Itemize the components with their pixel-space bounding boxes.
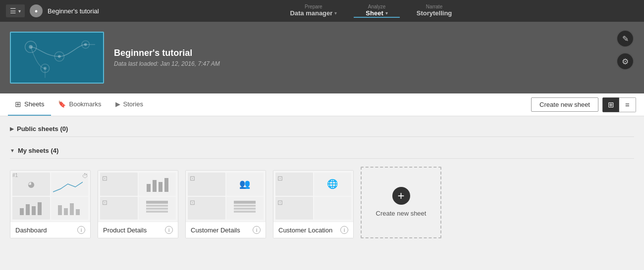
chart-pie-icon: ◕: [28, 180, 35, 189]
sheet-icon-l-bl: ⊡: [277, 199, 283, 206]
public-sheets-section: ▶ Public sheets (0): [10, 120, 634, 137]
bookmarks-tab-label: Bookmarks: [69, 100, 101, 108]
svg-rect-16: [70, 203, 74, 215]
edit-button[interactable]: ✎: [616, 30, 634, 47]
my-sheets-arrow-icon: ▼: [10, 148, 15, 153]
preview-c-cell-4: [226, 197, 264, 220]
bar-chart-product: [145, 175, 169, 193]
sheet-icon-bl: ⊡: [102, 199, 107, 206]
sheet-card-product-details[interactable]: ⊡ ⊡: [98, 170, 178, 238]
product-info-icon[interactable]: i: [165, 226, 173, 234]
app-info: Beginner's tutorial Data last loaded: Ja…: [114, 48, 220, 67]
analyze-sub-label: Analyze: [368, 4, 386, 9]
svg-rect-23: [146, 205, 168, 207]
app-icon-symbol: ●: [35, 8, 38, 14]
svg-rect-28: [234, 208, 256, 210]
preview-cell-4: [51, 197, 89, 220]
preview-l-cell-4: [314, 197, 352, 220]
nav-sections: Prepare Data manager ▾ Analyze Sheet ▾ N…: [278, 4, 464, 18]
preview-c-cell-2: 👥: [226, 173, 264, 196]
create-new-sheet-card[interactable]: + Create new sheet: [361, 167, 441, 238]
location-info-icon[interactable]: i: [340, 226, 348, 234]
sheet-icon-l-tl: ⊡: [277, 175, 283, 182]
app-thumbnail[interactable]: [10, 32, 104, 84]
prepare-caret-icon: ▾: [334, 10, 337, 16]
svg-rect-14: [58, 205, 62, 215]
customer-info-icon[interactable]: i: [253, 226, 261, 234]
narrate-main-label: Storytelling: [417, 9, 452, 17]
hash-label: #1: [12, 173, 18, 178]
bar-chart-mini-left: [19, 200, 44, 216]
sheet-card-dashboard-preview: ◕ #1 ⏱: [10, 171, 90, 222]
grid-view-button[interactable]: ⊞: [602, 97, 619, 112]
settings-icon: ⚙: [622, 57, 629, 66]
sheet-card-customer-details[interactable]: ⊡ 👥 ⊡: [185, 170, 266, 238]
preview-p-cell-4: [139, 197, 176, 220]
list-view-icon: ≡: [625, 100, 630, 109]
preview-c-cell-3: ⊡: [188, 197, 225, 220]
sheet-card-customer-preview: ⊡ 👥 ⊡: [186, 171, 266, 222]
preview-c-cell-1: ⊡: [188, 173, 225, 196]
tabs-bar: ⊞ Sheets 🔖 Bookmarks ▶ Stories Create ne…: [0, 93, 644, 116]
product-details-sheet-name: Product Details: [103, 226, 147, 234]
svg-rect-21: [164, 178, 168, 192]
public-sheets-arrow-icon: ▶: [10, 126, 14, 132]
preview-cell-1: ◕: [12, 173, 50, 196]
preview-p-cell-1: ⊡: [100, 173, 138, 196]
preview-l-cell-2: 🌐: [314, 173, 352, 196]
app-info-subtitle: Data last loaded: Jan 12, 2016, 7:47 AM: [114, 60, 220, 67]
create-plus-icon: +: [392, 187, 410, 205]
sheet-icon-tl: ⊡: [102, 175, 107, 182]
preview-l-cell-1: ⊡: [275, 173, 313, 196]
svg-rect-17: [76, 209, 80, 215]
prepare-sub-label: Prepare: [305, 4, 322, 9]
svg-rect-25: [146, 211, 168, 213]
hamburger-icon: ☰: [10, 7, 16, 15]
sheet-card-customer-footer: Customer Details i: [186, 222, 266, 238]
list-view-button[interactable]: ≡: [619, 97, 636, 112]
svg-rect-11: [26, 204, 30, 215]
sheet-card-product-preview: ⊡ ⊡: [98, 171, 178, 222]
tab-stories[interactable]: ▶ Stories: [108, 93, 150, 116]
svg-rect-24: [146, 208, 168, 210]
plus-symbol: +: [397, 190, 404, 202]
clock-icon: ⏱: [82, 173, 88, 180]
svg-rect-26: [234, 201, 256, 204]
people-icon: 👥: [239, 179, 250, 189]
create-sheet-button[interactable]: Create new sheet: [531, 97, 598, 112]
preview-p-cell-3: ⊡: [100, 197, 138, 220]
svg-rect-22: [146, 201, 168, 204]
public-sheets-label: Public sheets (0): [17, 125, 68, 133]
nav-section-analyze[interactable]: Analyze Sheet ▾: [354, 4, 399, 18]
dashboard-sheet-name: Dashboard: [15, 226, 47, 234]
svg-rect-19: [153, 180, 157, 192]
tab-sheets[interactable]: ⊞ Sheets: [8, 93, 51, 116]
preview-l-cell-3: ⊡: [275, 197, 313, 220]
hamburger-menu-button[interactable]: ☰ ▾: [6, 4, 25, 17]
tab-bookmarks[interactable]: 🔖 Bookmarks: [51, 93, 108, 116]
sheet-card-dashboard-footer: Dashboard i: [10, 222, 90, 238]
public-sheets-header[interactable]: ▶ Public sheets (0): [10, 120, 634, 137]
svg-rect-15: [64, 208, 68, 215]
my-sheets-header[interactable]: ▼ My sheets (4): [10, 144, 634, 159]
table-product: [146, 201, 168, 216]
nav-section-narrate[interactable]: Narrate Storytelling: [405, 4, 464, 18]
narrate-sub-label: Narrate: [426, 4, 442, 9]
customer-details-sheet-name: Customer Details: [191, 226, 240, 234]
svg-rect-12: [32, 206, 36, 215]
sheet-card-dashboard[interactable]: ◕ #1 ⏱: [10, 170, 91, 238]
globe-icon: 🌐: [327, 179, 338, 189]
stories-tab-label: Stories: [123, 100, 143, 108]
dashboard-info-icon[interactable]: i: [77, 226, 85, 234]
prepare-main-label: Data manager: [290, 9, 332, 17]
svg-rect-20: [159, 182, 162, 192]
preview-p-cell-2: [139, 173, 176, 196]
table-customer: [234, 201, 256, 216]
bar-chart-mini-right: [57, 200, 82, 216]
nav-section-prepare[interactable]: Prepare Data manager ▾: [278, 4, 349, 18]
sheets-tab-label: Sheets: [24, 100, 44, 108]
edit-icon: ✎: [622, 34, 629, 44]
settings-button[interactable]: ⚙: [616, 52, 634, 70]
sheet-card-customer-location[interactable]: ⊡ 🌐 ⊡ Customer Location i: [273, 170, 354, 238]
create-new-sheet-label: Create new sheet: [376, 210, 427, 218]
